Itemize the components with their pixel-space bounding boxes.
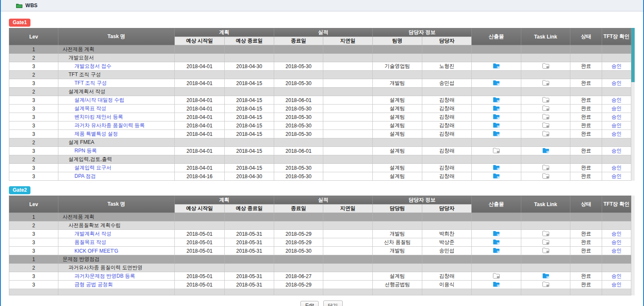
approve-link[interactable]: 승인	[611, 97, 622, 103]
task-name-link[interactable]: KICK OFF MEET'G	[58, 248, 118, 254]
task-name-link[interactable]: RPN 등록	[58, 148, 97, 154]
task-link-folder-icon[interactable]	[542, 131, 549, 136]
task-link-folder-icon[interactable]	[542, 281, 549, 287]
expected-start-cell	[175, 264, 225, 272]
approve-link[interactable]: 승인	[611, 122, 622, 128]
deliverable-folder-icon[interactable]	[493, 97, 500, 102]
approve-link[interactable]: 승인	[611, 114, 622, 120]
task-name-link[interactable]: 개발요청서 접수	[58, 63, 111, 69]
deliverable-folder-icon[interactable]	[493, 114, 500, 119]
deliverable-folder-icon[interactable]	[493, 148, 500, 153]
approve-link[interactable]: 승인	[611, 80, 622, 86]
lev-cell: 3	[9, 164, 58, 172]
task-cell: 설계/시작 대일정 수립	[58, 96, 175, 105]
task-link-folder-icon[interactable]	[542, 273, 549, 278]
deliverable-cell	[472, 130, 521, 138]
deliverable-folder-icon[interactable]	[493, 239, 500, 245]
deliverable-folder-icon[interactable]	[493, 63, 500, 69]
lev-cell: 3	[9, 62, 58, 71]
approve-link[interactable]: 승인	[611, 273, 622, 279]
expected-start-cell: 2018-04-01	[175, 105, 225, 113]
task-link-folder-icon[interactable]	[542, 122, 549, 128]
deliverable-folder-icon[interactable]	[493, 131, 500, 136]
task-name-link[interactable]: 설계목표 작성	[58, 105, 106, 111]
lev-cell: 1	[9, 255, 58, 264]
tft-confirm-cell: 승인	[602, 121, 631, 130]
approve-link[interactable]: 승인	[611, 105, 622, 111]
edit-button[interactable]: Edit	[300, 301, 319, 306]
approve-link[interactable]: 승인	[611, 281, 622, 287]
task-name-link[interactable]: 금형 공법 공청회	[58, 281, 113, 287]
approve-link[interactable]: 승인	[611, 173, 622, 179]
expected-end-cell	[225, 255, 274, 264]
task-link-folder-icon[interactable]	[542, 80, 549, 85]
deliverable-folder-icon[interactable]	[493, 105, 500, 111]
task-cell: 개발요청서 접수	[58, 62, 175, 71]
approve-link[interactable]: 승인	[611, 63, 622, 69]
task-name-link[interactable]: 과거차문제점 반영DB 등록	[58, 273, 135, 279]
expected-end-cell: 2018-05-31	[225, 238, 274, 247]
task-link-folder-icon[interactable]	[542, 165, 549, 170]
actual-end-cell	[274, 213, 323, 221]
task-name-link[interactable]: 설계/시작 대일정 수립	[58, 97, 124, 103]
task-cell: 금형 공법 공청회	[58, 281, 175, 289]
deliverable-folder-icon[interactable]	[493, 231, 500, 236]
task-link-folder-icon[interactable]	[542, 231, 549, 236]
approve-link[interactable]: 승인	[611, 248, 622, 254]
deliverable-folder-icon[interactable]	[493, 273, 500, 278]
task-link-folder-icon[interactable]	[542, 173, 549, 179]
deliverable-folder-icon[interactable]	[493, 80, 500, 85]
actual-end-cell: 2018-05-30	[274, 105, 323, 113]
expected-start-cell: 2018-05-01	[175, 238, 225, 247]
deliverable-folder-icon[interactable]	[493, 248, 500, 253]
task-link-cell	[521, 71, 570, 79]
table-row: 3개발요청서 접수2018-04-012018-04-302018-05-30기…	[9, 62, 631, 71]
task-link-folder-icon[interactable]	[542, 248, 549, 253]
owner-cell	[422, 221, 472, 230]
task-link-cell	[521, 272, 570, 281]
close-button[interactable]: 닫기	[323, 300, 343, 306]
task-name-link[interactable]: DPA 점검	[58, 173, 96, 179]
scrollbar-thumb[interactable]	[631, 28, 635, 82]
approve-link[interactable]: 승인	[611, 131, 622, 137]
deliverable-folder-icon[interactable]	[493, 165, 500, 170]
tft-confirm-cell: 승인	[602, 247, 631, 255]
tft-confirm-cell: 승인	[602, 130, 631, 138]
task-name-link[interactable]: 개발계획서 작성	[58, 231, 111, 237]
task-name-link[interactable]: 품질목표 작성	[58, 239, 106, 245]
task-link-folder-icon[interactable]	[542, 97, 549, 102]
status-cell: 완료	[570, 230, 602, 238]
task-name-link[interactable]: 설계입력 요구서	[58, 165, 111, 171]
approve-link[interactable]: 승인	[611, 165, 622, 171]
expected-start-cell: 2018-05-01	[175, 281, 225, 289]
task-name-link[interactable]: 과거차 유사차종 품질이력 등록	[58, 122, 145, 128]
status-cell	[570, 71, 602, 79]
delay-cell	[323, 62, 373, 71]
approve-link[interactable]: 승인	[611, 239, 622, 245]
task-name-link[interactable]: 벤치마킹 제안서 등록	[58, 114, 123, 120]
deliverable-folder-icon[interactable]	[493, 122, 500, 128]
status-cell	[570, 45, 602, 54]
task-name-link[interactable]: TFT 조직 구성	[58, 80, 107, 86]
actual-end-cell: 2018-05-30	[274, 247, 323, 255]
task-name-link[interactable]: 제품 특별특성 설정	[58, 131, 118, 137]
table-scrollbar[interactable]	[631, 28, 635, 181]
task-link-folder-icon[interactable]	[542, 63, 549, 69]
table-row: 3벤치마킹 제안서 등록2018-04-012018-04-152018-05-…	[9, 113, 631, 121]
actual-end-cell	[274, 88, 323, 96]
delay-cell	[323, 281, 373, 289]
expected-start-cell: 2018-04-01	[175, 147, 225, 155]
deliverable-folder-icon[interactable]	[493, 173, 500, 179]
approve-link[interactable]: 승인	[611, 231, 622, 237]
task-link-folder-icon[interactable]	[542, 114, 549, 119]
task-link-cell	[521, 172, 570, 181]
task-link-folder-icon[interactable]	[542, 239, 549, 245]
status-cell	[570, 155, 602, 164]
task-cell: 설계계획서 작성	[58, 88, 175, 96]
approve-link[interactable]: 승인	[611, 148, 622, 154]
table-scrollbar[interactable]	[631, 196, 635, 295]
task-link-folder-icon[interactable]	[542, 148, 549, 153]
deliverable-folder-icon[interactable]	[493, 281, 500, 287]
status-cell: 완료	[570, 164, 602, 172]
task-link-folder-icon[interactable]	[542, 105, 549, 111]
